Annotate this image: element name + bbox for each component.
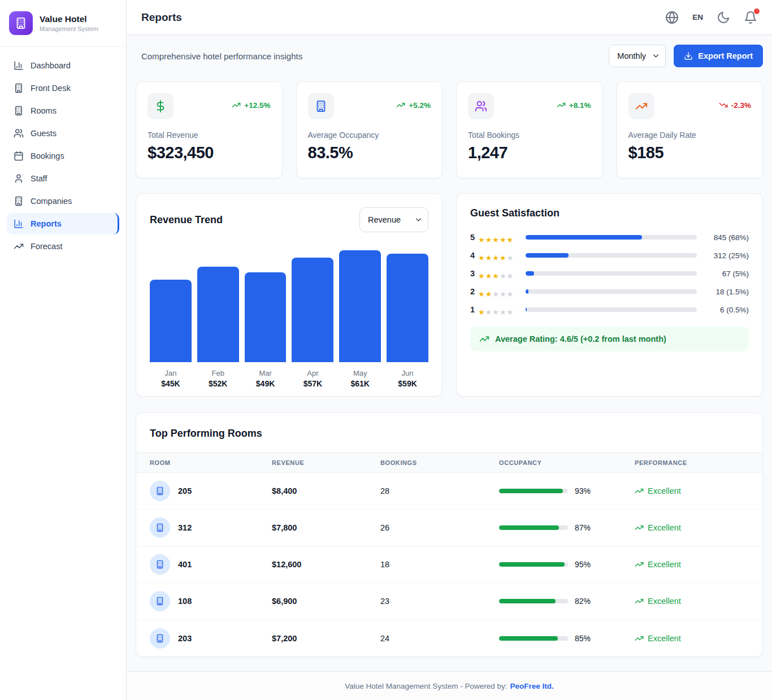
notifications-button[interactable] [744, 11, 757, 24]
performance-badge: Excellent [635, 597, 749, 606]
guest-satisfaction-card: Guest Satisfaction 5 ★★★★★ 845 (68%) 4 ★… [456, 193, 763, 397]
performance-badge: Excellent [635, 560, 749, 569]
kpi-card-average-occupancy: +5.2% Average Occupancy 83.5% [296, 81, 443, 179]
occupancy-percent: 82% [575, 597, 591, 606]
room-bookings: 26 [380, 523, 499, 532]
revenue-bar-labels: Jan $45K Feb $52K Mar $49K Apr $57K May … [150, 369, 428, 388]
sidebar-item-reports[interactable]: Reports [7, 213, 119, 234]
room-number: 401 [178, 560, 192, 569]
sidebar-item-companies[interactable]: Companies [7, 190, 119, 212]
chart-bar [339, 250, 381, 362]
room-number: 203 [178, 634, 192, 643]
kpi-card-average-daily-rate: -2.3% Average Daily Rate $185 [617, 81, 764, 179]
sidebar-item-staff[interactable]: Staff [7, 168, 119, 189]
revenue-trend-card: Revenue Trend Revenue [136, 193, 443, 397]
download-icon [684, 51, 693, 60]
rating-number: 1 [470, 305, 478, 314]
occupancy-progress-bar [499, 599, 568, 603]
kpi-value: 83.5% [308, 144, 431, 162]
main-area: Reports EN Comprehensive hotel performan… [127, 0, 772, 700]
sidebar-item-guests[interactable]: Guests [7, 123, 119, 144]
users-icon [475, 100, 487, 112]
average-rating-banner: Average Rating: 4.6/5 (+0.2 from last mo… [470, 327, 749, 351]
building-icon [155, 597, 164, 606]
column-header-revenue: REVENUE [272, 459, 380, 466]
trending-up-icon [635, 560, 644, 569]
occupancy-percent: 95% [575, 560, 591, 569]
footer-brand-link[interactable]: PeoFree ltd. [510, 682, 553, 690]
page-title: Reports [141, 11, 182, 24]
kpi-value: $185 [628, 144, 752, 162]
toolbar: Comprehensive hotel performance insights… [136, 44, 763, 68]
charts-row: Revenue Trend Revenue [136, 193, 763, 397]
table-row: 205 $8,400 28 93% Excellent [136, 473, 762, 510]
rating-count: 845 (68%) [697, 233, 749, 242]
kpi-value: 1,247 [468, 144, 591, 162]
trending-up-icon [557, 101, 566, 110]
rating-progress-bar [526, 235, 697, 240]
globe-button[interactable] [665, 11, 679, 24]
trending-up-icon [396, 101, 405, 110]
kpi-label: Total Bookings [468, 131, 591, 140]
period-select-wrap: Monthly [609, 45, 666, 67]
rating-progress-bar [526, 289, 697, 294]
export-report-button[interactable]: Export Report [674, 45, 763, 67]
footer-text: Value Hotel Management System - Powered … [345, 682, 507, 690]
trending-up-icon [635, 634, 644, 643]
chart-bar-label: Jan $45K [150, 369, 192, 388]
guest-satisfaction-header: Guest Satisfaction [470, 207, 749, 219]
language-button[interactable]: EN [692, 13, 703, 21]
table-title: Top Performing Rooms [136, 413, 762, 452]
trending-up-icon [635, 100, 648, 112]
footer: Value Hotel Management System - Powered … [127, 671, 772, 700]
sidebar-item-front-desk[interactable]: Front Desk [7, 77, 119, 99]
room-number: 108 [178, 597, 192, 606]
revenue-trend-header: Revenue Trend Revenue [150, 207, 428, 232]
rating-progress-bar [526, 253, 697, 258]
period-select[interactable]: Monthly [609, 45, 666, 67]
rating-row: 1 ★★★★★ 6 (0.5%) [470, 304, 749, 315]
chart-bar [245, 272, 287, 362]
star-rating-icons: ★★★★★ [478, 290, 526, 298]
sidebar-item-forecast[interactable]: Forecast [7, 236, 119, 257]
calendar-icon [14, 151, 24, 161]
rating-count: 67 (5%) [697, 269, 749, 278]
hotel-logo [9, 11, 33, 35]
star-rating-icons: ★★★★★ [478, 308, 526, 316]
rating-number: 5 [470, 233, 478, 242]
room-bookings: 28 [380, 486, 499, 495]
table-row: 203 $7,200 24 85% Excellent [136, 620, 762, 656]
room-number: 205 [178, 486, 192, 495]
column-header-occupancy: OCCUPANCY [499, 459, 635, 466]
sidebar-item-bookings[interactable]: Bookings [7, 145, 119, 167]
metric-select[interactable]: Revenue [359, 207, 428, 232]
building-icon [155, 634, 164, 643]
sidebar-item-rooms[interactable]: Rooms [7, 100, 119, 121]
building-icon [155, 523, 164, 532]
app-root: Value Hotel Management System Dashboard … [0, 0, 772, 700]
topbar-actions: EN [665, 11, 757, 24]
building-icon [15, 17, 27, 29]
room-bookings: 23 [380, 597, 499, 606]
rating-count: 6 (0.5%) [697, 306, 749, 314]
bar-chart-icon [14, 60, 24, 71]
building-icon [155, 560, 164, 569]
chart-bar-label: Apr $57K [292, 369, 333, 388]
brand-subtitle: Management System [40, 25, 98, 32]
brand-name: Value Hotel [40, 14, 98, 24]
sidebar-item-dashboard[interactable]: Dashboard [7, 55, 119, 76]
building-icon [315, 100, 327, 112]
column-header-bookings: BOOKINGS [380, 459, 499, 466]
room-revenue: $7,800 [272, 523, 380, 532]
chart-bar-label: May $61K [339, 369, 381, 388]
theme-toggle-button[interactable] [717, 11, 730, 24]
kpi-card-total-revenue: +12.5% Total Revenue $323,450 [136, 81, 283, 179]
bar-chart-icon [14, 219, 24, 229]
table-header-row: ROOM REVENUE BOOKINGS OCCUPANCY PERFORMA… [136, 452, 762, 473]
table-row: 108 $6,900 23 82% Excellent [136, 583, 762, 620]
table-row: 401 $12,600 18 95% Excellent [136, 546, 762, 583]
moon-icon [717, 11, 730, 24]
kpi-label: Total Revenue [148, 131, 271, 140]
room-revenue: $8,400 [272, 486, 380, 495]
chart-bar-label: Feb $52K [197, 369, 239, 388]
